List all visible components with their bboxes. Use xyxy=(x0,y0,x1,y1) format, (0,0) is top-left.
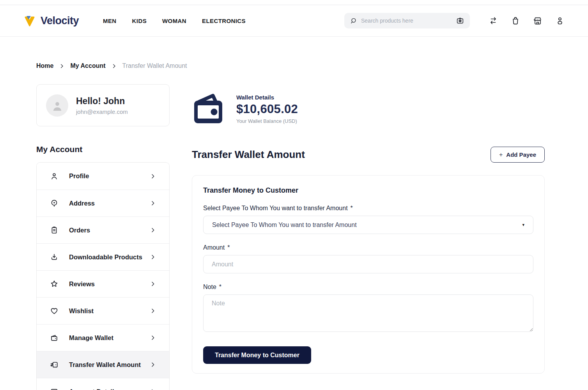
chevron-right-icon xyxy=(150,227,156,233)
search-input[interactable] xyxy=(361,18,452,24)
wallet-balance-caption: Your Wallet Balance (USD) xyxy=(236,118,298,124)
breadcrumb: Home My Account Transfer Wallet Amount xyxy=(36,62,545,69)
sidebar-item-manage-wallet[interactable]: Manage Wallet xyxy=(37,324,169,351)
compare-icon[interactable] xyxy=(489,16,498,25)
sidebar-item-profile[interactable]: Profile xyxy=(37,163,169,190)
wallet-icon xyxy=(50,333,58,342)
payee-select[interactable]: Select Payee To Whom You want to transfe… xyxy=(203,216,533,234)
sidebar-item-label: Address xyxy=(69,200,95,207)
sidebar-item-label: Transfer Wallet Amount xyxy=(69,361,141,369)
chevron-right-icon xyxy=(150,362,156,368)
page: Velocity MEN KIDS WOMAN ELECTRONICS xyxy=(0,0,588,390)
sidebar-item-label: Manage Wallet xyxy=(69,334,113,342)
sidebar-item-wishlist[interactable]: Wishlist xyxy=(37,297,169,324)
note-label: Note * xyxy=(203,284,533,291)
breadcrumb-current: Transfer Wallet Amount xyxy=(122,62,187,69)
page-title: Transfer Wallet Amount xyxy=(192,149,305,161)
plus-icon: + xyxy=(499,151,503,158)
payee-label: Select Payee To Whom You want to transfe… xyxy=(203,205,533,212)
transfer-money-button[interactable]: Transfer Money to Customer xyxy=(203,346,311,364)
search-bar[interactable] xyxy=(344,13,470,28)
user-email: john@example.com xyxy=(76,108,128,115)
sidebar-item-account-details[interactable]: Account Details xyxy=(37,378,169,390)
wallet-balance-icon xyxy=(192,92,226,126)
breadcrumb-my-account[interactable]: My Account xyxy=(70,62,105,69)
shopping-bag-icon[interactable] xyxy=(511,16,520,25)
nav-item-woman[interactable]: WOMAN xyxy=(162,18,186,24)
wallet-balance: $10,605.02 xyxy=(236,102,298,116)
chevron-right-icon xyxy=(150,308,156,314)
wallet-details: Wallet Details $10,605.02 Your Wallet Ba… xyxy=(192,92,545,126)
chevron-right-icon xyxy=(150,173,156,179)
top-strip xyxy=(0,0,588,5)
account-sidebar: Hello! John john@example.com My Account … xyxy=(36,69,170,390)
amount-input[interactable] xyxy=(203,255,533,273)
sidebar-item-downloadable-products[interactable]: Downloadable Products xyxy=(37,243,169,270)
chevron-right-icon xyxy=(111,63,117,69)
sidebar-item-label: Reviews xyxy=(69,280,95,288)
sidebar-item-label: Profile xyxy=(69,172,89,180)
star-icon xyxy=(50,280,58,288)
store-icon[interactable] xyxy=(533,16,542,25)
camera-search-icon[interactable] xyxy=(456,16,464,25)
user-icon xyxy=(50,172,58,181)
brand-logo[interactable]: Velocity xyxy=(23,14,79,28)
sidebar-item-orders[interactable]: Orders xyxy=(37,216,169,243)
note-textarea[interactable] xyxy=(203,294,533,332)
search-icon xyxy=(350,17,357,25)
heart-icon xyxy=(50,307,58,315)
clipboard-icon xyxy=(50,226,58,234)
payee-select-value: Select Payee To Whom You want to transfe… xyxy=(212,222,357,229)
chevron-right-icon xyxy=(150,254,156,260)
required-asterisk: * xyxy=(219,284,221,291)
add-payee-label: Add Payee xyxy=(506,151,536,158)
sidebar-item-address[interactable]: Address xyxy=(37,190,169,216)
chevron-right-icon xyxy=(150,335,156,341)
user-card: Hello! John john@example.com xyxy=(36,84,170,126)
wallet-transfer-icon xyxy=(50,360,58,369)
account-icon[interactable] xyxy=(555,16,565,25)
breadcrumb-home[interactable]: Home xyxy=(36,62,53,69)
sidebar-item-label: Account Details xyxy=(69,388,118,390)
sidebar-item-label: Downloadable Products xyxy=(69,254,142,261)
chevron-right-icon xyxy=(150,281,156,287)
wallet-details-title: Wallet Details xyxy=(236,94,298,101)
sidebar-item-label: Orders xyxy=(69,227,90,234)
nav-item-kids[interactable]: KIDS xyxy=(132,18,147,24)
sidebar-item-reviews[interactable]: Reviews xyxy=(37,270,169,297)
caret-down-icon: ▾ xyxy=(522,222,524,227)
main-panel: Wallet Details $10,605.02 Your Wallet Ba… xyxy=(192,69,545,390)
sidebar-item-label: Wishlist xyxy=(69,307,94,315)
add-payee-button[interactable]: + Add Payee xyxy=(491,147,545,163)
required-asterisk: * xyxy=(227,244,230,251)
brand-name: Velocity xyxy=(41,15,79,27)
id-card-icon xyxy=(50,387,58,390)
sidebar-title: My Account xyxy=(36,145,170,154)
sidebar-item-transfer-wallet-amount[interactable]: Transfer Wallet Amount xyxy=(37,351,169,378)
chevron-right-icon xyxy=(150,200,156,206)
chevron-right-icon xyxy=(59,63,65,69)
avatar xyxy=(46,94,68,117)
transfer-form-card: Transfer Money to Customer Select Payee … xyxy=(192,175,545,374)
download-icon xyxy=(50,253,58,261)
header: Velocity MEN KIDS WOMAN ELECTRONICS xyxy=(0,5,588,37)
form-title: Transfer Money to Customer xyxy=(203,186,533,195)
nav-item-men[interactable]: MEN xyxy=(103,18,117,24)
sidebar-menu: Profile Address xyxy=(36,162,170,390)
map-pin-icon xyxy=(50,199,58,207)
amount-label: Amount * xyxy=(203,244,533,251)
header-icons xyxy=(489,16,565,25)
main-nav: MEN KIDS WOMAN ELECTRONICS xyxy=(103,18,246,24)
chevron-right-icon xyxy=(150,388,156,390)
nav-item-electronics[interactable]: ELECTRONICS xyxy=(202,18,246,24)
velocity-logo-icon xyxy=(23,14,37,28)
user-greeting: Hello! John xyxy=(76,96,128,106)
required-asterisk: * xyxy=(351,205,353,212)
